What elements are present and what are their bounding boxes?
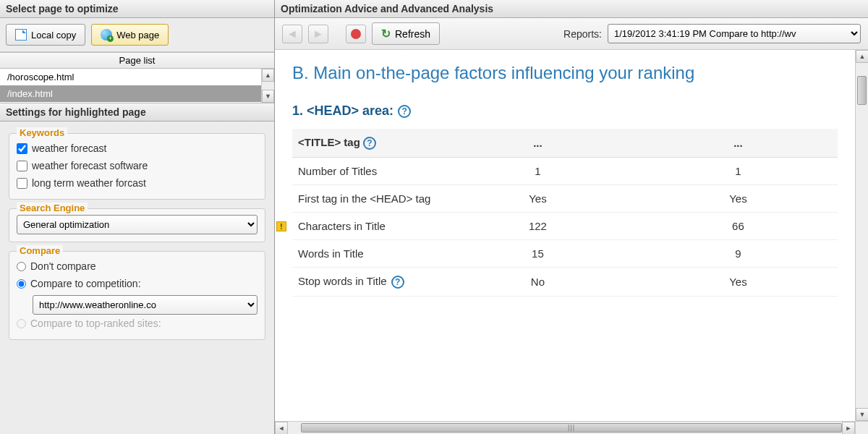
table-cell: 122 [437,213,639,240]
table-row: Number of Titles11 [292,158,838,185]
scroll-left-icon[interactable]: ◄ [275,422,288,434]
keyword-label: weather forecast [32,142,107,154]
local-copy-button[interactable]: Local copy [6,24,85,46]
keyword-checkbox-row[interactable]: weather forecast software [17,157,258,174]
search-engine-fieldset: Search Engine General optimization [9,208,265,242]
compare-legend: Compare [17,245,63,256]
scroll-up-icon[interactable]: ▲ [856,50,868,63]
help-icon[interactable]: ? [398,105,411,118]
table-cell: 15 [437,240,639,268]
scroll-thumb[interactable] [301,423,842,433]
keyword-label: weather forecast software [32,160,148,171]
globe-icon [101,29,112,41]
table-cell: Yes [639,185,838,213]
subsection-title: 1. <HEAD> area: ? [292,103,838,119]
scroll-thumb[interactable] [857,76,867,105]
help-icon[interactable]: ? [363,137,376,150]
web-page-label: Web page [116,30,159,41]
compare-fieldset: Compare Don't compare Compare to competi… [9,251,265,340]
compare-dont-radio-row[interactable]: Don't compare [17,258,258,275]
table-cell: Yes [639,268,838,297]
page-list-scrollbar[interactable]: ▲ ▼ [261,69,274,103]
table-cell-label: !Characters in Title [292,213,437,240]
keyword-checkbox-row[interactable]: weather forecast [17,140,258,157]
table-row: Words in Title159 [292,240,838,268]
table-cell: No [437,268,639,297]
help-icon[interactable]: ? [391,276,404,289]
scroll-down-icon[interactable]: ▼ [262,90,274,103]
warning-icon: ! [276,221,286,231]
scroll-up-icon[interactable]: ▲ [262,69,274,82]
table-cell-label: First tag in the <HEAD> tag [292,185,437,213]
page-list-item[interactable]: /horoscope.html [0,69,274,85]
compare-competition-radio[interactable] [17,279,26,289]
table-cell-label: Stop words in Title? [292,268,437,297]
search-engine-select[interactable]: General optimization [17,215,258,234]
left-panel-header: Select page to optimize [0,0,274,18]
refresh-icon [381,27,391,41]
document-icon [15,29,27,41]
refresh-label: Refresh [395,28,430,40]
compare-topranked-radio-row[interactable]: Compare to top-ranked sites: [17,315,258,332]
table-cell: Yes [437,185,639,213]
table-header-label: <TITLE> tag [298,136,360,148]
right-panel-header: Optimization Advice and Advanced Analysi… [275,0,868,18]
page-list-header: Page list [0,52,274,69]
compare-topranked-label: Compare to top-ranked sites: [30,318,161,329]
table-row: !Characters in Title12266 [292,213,838,240]
keyword-checkbox[interactable] [17,143,27,154]
scroll-down-icon[interactable]: ▼ [856,408,868,421]
keywords-fieldset: Keywords weather forecast weather foreca… [9,133,265,200]
keyword-label: long term weather forcast [32,177,146,189]
section-title: B. Main on-the-page factors influencing … [292,63,838,83]
reports-select[interactable]: 1/19/2012 3:41:19 PM Compare to http://w… [608,24,861,43]
table-header: ... [437,129,639,158]
table-row: First tag in the <HEAD> tagYesYes [292,185,838,213]
table-cell: 1 [639,158,838,185]
page-list-item[interactable]: /index.html [0,85,274,102]
content-vertical-scrollbar[interactable]: ▲ ▼ [855,50,868,421]
table-cell: 9 [639,240,838,268]
keyword-checkbox[interactable] [17,178,27,189]
content-horizontal-scrollbar[interactable]: ◄ ► [275,421,855,434]
keywords-legend: Keywords [17,127,67,138]
keyword-checkbox[interactable] [17,161,27,171]
table-header: <TITLE> tag ? [292,129,437,158]
table-cell-label: Number of Titles [292,158,437,185]
scroll-corner [855,421,868,434]
analysis-table: <TITLE> tag ? ... ... Number of Titles11… [292,129,838,297]
table-cell: 66 [639,213,838,240]
nav-back-button[interactable] [282,25,302,43]
keyword-checkbox-row[interactable]: long term weather forcast [17,174,258,192]
table-cell-label: Words in Title [292,240,437,268]
compare-topranked-radio[interactable] [17,319,26,328]
compare-dont-radio[interactable] [17,262,26,271]
compare-competition-label: Compare to competition: [30,278,141,289]
refresh-button[interactable]: Refresh [372,22,440,45]
compare-competition-radio-row[interactable]: Compare to competition: [17,275,258,292]
reports-label: Reports: [563,28,602,40]
compare-dont-label: Don't compare [30,260,96,272]
table-cell: 1 [437,158,639,185]
stop-icon [351,29,361,39]
search-engine-legend: Search Engine [17,203,88,213]
local-copy-label: Local copy [31,30,76,41]
settings-header: Settings for highlighted page [0,103,274,122]
web-page-button[interactable]: Web page [91,24,169,46]
nav-forward-button[interactable] [308,25,328,43]
nav-stop-button[interactable] [346,25,366,43]
scroll-right-icon[interactable]: ► [842,422,855,434]
subsection-label: 1. <HEAD> area: [292,103,393,119]
table-row: Stop words in Title?NoYes [292,268,838,297]
compare-competition-select[interactable]: http://www.weatheronline.co [33,295,258,315]
table-header: ... [639,129,838,158]
